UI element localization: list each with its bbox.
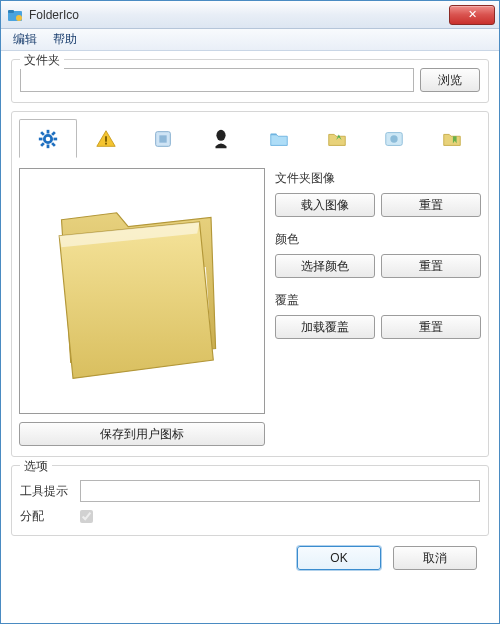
titlebar: FolderIco ✕ bbox=[1, 1, 499, 29]
save-user-icon-button[interactable]: 保存到用户图标 bbox=[19, 422, 265, 446]
folder-preview bbox=[19, 168, 265, 414]
tab-silhouette[interactable] bbox=[192, 119, 250, 158]
options-label: 选项 bbox=[20, 458, 52, 475]
tooltip-input[interactable] bbox=[80, 480, 480, 502]
reset-image-button[interactable]: 重置 bbox=[381, 193, 481, 217]
svg-line-9 bbox=[52, 143, 55, 146]
menu-edit[interactable]: 编辑 bbox=[5, 29, 45, 50]
svg-line-8 bbox=[41, 132, 44, 135]
silhouette-icon bbox=[210, 128, 232, 150]
tab-square[interactable] bbox=[135, 119, 193, 158]
close-button[interactable]: ✕ bbox=[449, 5, 495, 25]
assign-label: 分配 bbox=[20, 508, 72, 525]
svg-rect-15 bbox=[160, 135, 167, 142]
svg-point-2 bbox=[16, 15, 22, 21]
close-icon: ✕ bbox=[468, 8, 477, 21]
footer-bar: OK 取消 bbox=[11, 536, 489, 570]
app-window: FolderIco ✕ 编辑 帮助 文件夹 浏览 bbox=[0, 0, 500, 624]
assign-checkbox[interactable] bbox=[80, 510, 93, 523]
bookmark-icon bbox=[441, 128, 463, 150]
folder-path-input[interactable] bbox=[20, 68, 414, 92]
folder-green-arrow-icon bbox=[326, 128, 348, 150]
reset-color-button[interactable]: 重置 bbox=[381, 254, 481, 278]
square-icon bbox=[152, 128, 174, 150]
tab-folder-green-arrow[interactable] bbox=[308, 119, 366, 158]
load-image-button[interactable]: 载入图像 bbox=[275, 193, 375, 217]
browse-button[interactable]: 浏览 bbox=[420, 68, 480, 92]
tabstrip bbox=[19, 118, 481, 158]
menubar: 编辑 帮助 bbox=[1, 29, 499, 51]
folder-preview-image bbox=[27, 176, 257, 406]
cancel-button[interactable]: 取消 bbox=[393, 546, 477, 570]
folder-blue-icon bbox=[268, 128, 290, 150]
client-area: 文件夹 浏览 bbox=[1, 51, 499, 580]
color-section-label: 颜色 bbox=[275, 231, 481, 248]
svg-point-16 bbox=[217, 130, 226, 141]
app-icon bbox=[7, 7, 23, 23]
browser-icon bbox=[383, 128, 405, 150]
svg-line-10 bbox=[41, 143, 44, 146]
choose-color-button[interactable]: 选择颜色 bbox=[275, 254, 375, 278]
tab-folder-blue[interactable] bbox=[250, 119, 308, 158]
svg-point-3 bbox=[44, 135, 51, 142]
folder-group: 文件夹 浏览 bbox=[11, 59, 489, 103]
svg-line-11 bbox=[52, 132, 55, 135]
gear-icon bbox=[37, 128, 59, 150]
options-group: 选项 工具提示 分配 bbox=[11, 465, 489, 536]
reset-overlay-button[interactable]: 重置 bbox=[381, 315, 481, 339]
svg-point-18 bbox=[391, 135, 398, 142]
load-overlay-button[interactable]: 加载覆盖 bbox=[275, 315, 375, 339]
folder-group-label: 文件夹 bbox=[20, 52, 64, 69]
warning-icon bbox=[95, 128, 117, 150]
tabs-container: 文件夹图像 载入图像 重置 颜色 选择颜色 重置 覆盖 加载覆盖 重置 bbox=[11, 111, 489, 457]
window-title: FolderIco bbox=[29, 8, 449, 22]
svg-rect-1 bbox=[8, 10, 14, 13]
svg-rect-13 bbox=[105, 143, 107, 145]
image-section-label: 文件夹图像 bbox=[275, 170, 481, 187]
tab-body: 文件夹图像 载入图像 重置 颜色 选择颜色 重置 覆盖 加载覆盖 重置 bbox=[19, 158, 481, 414]
tooltip-label: 工具提示 bbox=[20, 483, 72, 500]
menu-help[interactable]: 帮助 bbox=[45, 29, 85, 50]
controls-column: 文件夹图像 载入图像 重置 颜色 选择颜色 重置 覆盖 加载覆盖 重置 bbox=[275, 168, 481, 414]
tab-gear[interactable] bbox=[19, 119, 77, 158]
tab-warning[interactable] bbox=[77, 119, 135, 158]
tab-browser[interactable] bbox=[366, 119, 424, 158]
svg-rect-12 bbox=[105, 136, 107, 142]
tab-bookmark[interactable] bbox=[423, 119, 481, 158]
overlay-section-label: 覆盖 bbox=[275, 292, 481, 309]
ok-button[interactable]: OK bbox=[297, 546, 381, 570]
